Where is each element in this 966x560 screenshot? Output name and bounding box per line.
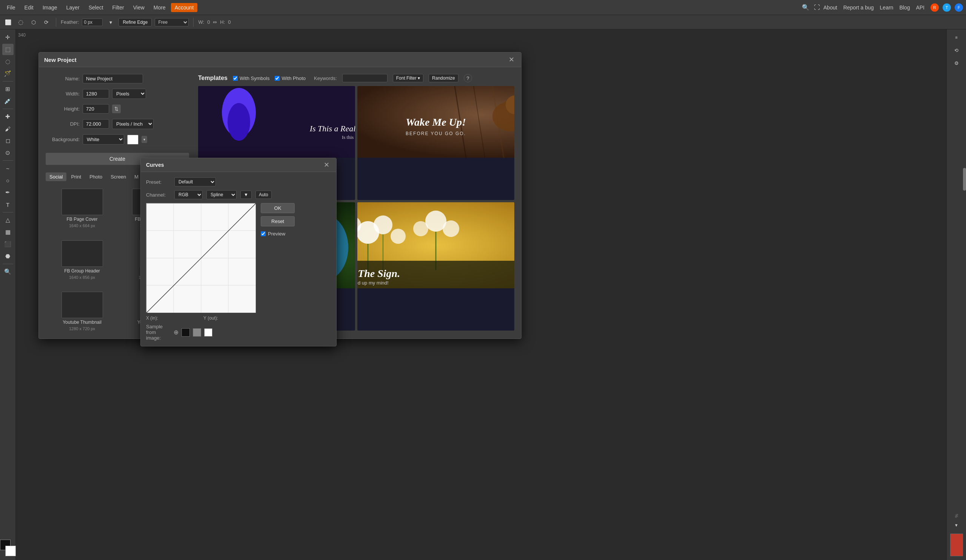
select-rect-icon[interactable]: ⬜ [3,17,13,27]
with-symbols-checkbox[interactable] [233,76,238,81]
twitter-icon[interactable]: T [943,3,951,12]
fb-page-cover-size: 1640 x 664 px [69,223,95,228]
auto-button[interactable]: Auto [255,190,272,199]
blur-tool[interactable]: △ [2,214,13,226]
zoom-indicator: % [954,514,959,518]
search-button[interactable]: 🔍 [801,3,810,12]
dpi-unit-select[interactable]: Pixels / Inch Pixels / cm [112,119,154,129]
heal-tool[interactable]: ✚ [2,111,13,122]
sidebar-tmpl-fb-group[interactable]: FB Group Header 1640 x 856 px [49,240,115,288]
new-project-close-button[interactable]: ✕ [507,56,516,64]
menu-layer[interactable]: Layer [62,3,84,12]
feather-down-icon[interactable]: ▾ [106,17,115,27]
zoom-down-button[interactable]: ▾ [951,519,962,530]
reddit-icon[interactable]: R [930,3,939,12]
pen-tool[interactable]: ✒ [2,187,13,198]
stamp-tool[interactable]: ⊙ [2,147,13,158]
gradient-tool[interactable]: ▦ [2,227,13,238]
expand-button[interactable]: ⛶ [812,3,822,12]
interpolation-select[interactable]: Spline Linear [206,190,237,199]
dodge-tool[interactable]: ○ [2,175,13,186]
dpi-input[interactable] [83,119,109,129]
lasso-tool[interactable]: ◌ [2,56,13,67]
curves-close-button[interactable]: ✕ [322,161,331,169]
background-select[interactable]: White Black Transparent [83,134,124,145]
channel-select[interactable]: RGB Red Green Blue [174,190,203,199]
background-more-button[interactable]: ▾ [141,136,147,143]
poly-lasso-icon[interactable]: ⬡ [29,17,38,27]
feather-label: Feather: [61,19,79,25]
text-tool[interactable]: T [2,199,13,210]
menu-api[interactable]: API [916,5,925,11]
sample-black-swatch[interactable] [181,328,190,337]
preset-select[interactable]: Default [174,177,216,186]
curves-dialog: Curves ✕ Preset: Default Channel: RGB Re… [140,158,337,347]
width-input[interactable] [83,89,109,99]
menu-blog[interactable]: Blog [899,5,910,11]
tab-photo[interactable]: Photo [85,172,106,181]
smudge-tool[interactable]: ~ [2,163,13,174]
svg-point-2 [228,103,250,141]
template-card-4[interactable]: I Saw The Sign. And it opened up my mind… [357,202,514,330]
menu-file[interactable]: File [3,3,19,12]
feather-input[interactable] [82,18,103,26]
channel-funnel-button[interactable]: ▼ [240,190,252,199]
menu-account[interactable]: Account [171,3,198,12]
paint-bucket-tool[interactable]: ⬛ [2,238,13,250]
rp-history-button[interactable]: ⟲ [951,44,962,56]
menu-about[interactable]: About [823,5,837,11]
background-row: Background: White Black Transparent ▾ [46,134,189,145]
curves-graph[interactable] [146,203,255,312]
width-unit-select[interactable]: Pixels Inches cm [112,89,146,99]
background-color[interactable] [5,546,16,556]
lasso-icon[interactable]: ◌ [16,17,26,27]
curves-right-panel: OK Reset Preview [261,203,295,312]
preview-checkbox[interactable] [261,231,266,236]
refine-edge-button[interactable]: Refine Edge [118,18,152,26]
eyedropper-tool[interactable]: 💉 [2,95,13,107]
height-input[interactable] [83,104,109,113]
zoom-tool[interactable]: 🔍 [2,266,13,278]
sidebar-tmpl-fb-page-cover[interactable]: FB Page Cover 1640 x 664 px [49,189,115,236]
mode-select[interactable]: Free [155,18,189,26]
sample-gray-swatch[interactable] [193,328,201,337]
menu-edit[interactable]: Edit [21,3,37,12]
ok-button[interactable]: OK [261,203,295,213]
menu-learn[interactable]: Learn [880,5,894,11]
keywords-input[interactable] [342,74,388,82]
menu-image[interactable]: Image [39,3,61,12]
menu-view[interactable]: View [130,3,148,12]
selection-tool[interactable]: ⬚ [2,44,13,55]
font-filter-button[interactable]: Font Filter ▾ [393,74,423,82]
sample-white-swatch[interactable] [204,328,212,337]
background-color-swatch[interactable] [127,135,138,145]
menu-filter[interactable]: Filter [109,3,128,12]
facebook-icon[interactable]: F [955,3,963,12]
right-scroll-handle[interactable] [963,168,966,190]
move-tool[interactable]: ✛ [2,32,13,43]
curves-samples: Sample from image: ⊕ [146,324,331,341]
name-input[interactable] [83,74,143,84]
swap-dimensions-button[interactable]: ⇅ [112,105,121,113]
sidebar-tmpl-yt-thumb[interactable]: Youtube Thumbnail 1280 x 720 px [49,292,115,340]
wand-tool[interactable]: 🪄 [2,68,13,79]
menu-more[interactable]: More [150,3,169,12]
rp-layers-button[interactable]: ≡ [951,32,962,43]
rp-properties-button[interactable]: ⚙ [951,57,962,69]
menu-report-bug[interactable]: Report a bug [843,5,874,11]
tab-print[interactable]: Print [67,172,85,181]
randomize-button[interactable]: Randomize [429,74,458,82]
with-photo-checkbox[interactable] [275,76,279,81]
magic-wand-icon[interactable]: ⟳ [41,17,51,27]
tab-social[interactable]: Social [46,172,66,181]
tab-screen[interactable]: Screen [107,172,130,181]
menu-select[interactable]: Select [85,3,107,12]
reset-button[interactable]: Reset [261,216,295,227]
shape-tool[interactable]: ⬣ [2,251,13,262]
help-button[interactable]: ? [464,74,472,82]
right-color-swatch[interactable] [950,534,963,556]
crop-tool[interactable]: ⊞ [2,84,13,95]
brush-tool[interactable]: 🖌 [2,123,13,134]
eraser-tool[interactable]: ◻ [2,135,13,146]
template-card-2[interactable]: Wake Me Up! BEFORE YOU GO GO. [357,86,514,200]
